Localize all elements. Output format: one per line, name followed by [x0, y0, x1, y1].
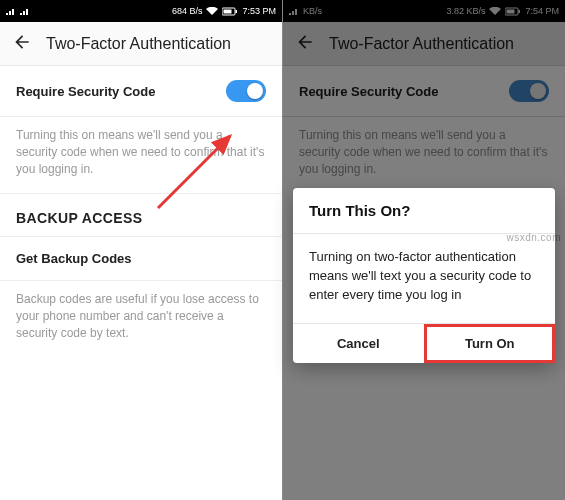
signal-icon — [6, 7, 16, 16]
content-area: Require Security Code Turning this on me… — [0, 66, 282, 500]
dialog-body: Turning on two-factor authentication mea… — [293, 234, 555, 323]
backup-description: Backup codes are useful if you lose acce… — [0, 281, 282, 357]
watermark-text: wsxdn.com — [506, 232, 561, 243]
confirm-dialog: Turn This On? Turning on two-factor auth… — [293, 188, 555, 363]
page-title: Two-Factor Authentication — [46, 35, 231, 53]
network-speed: 684 B/s — [172, 6, 203, 16]
get-backup-codes-link[interactable]: Get Backup Codes — [0, 237, 282, 281]
clock: 7:53 PM — [242, 6, 276, 16]
require-code-row: Require Security Code — [0, 66, 282, 117]
sim-icon — [20, 7, 30, 16]
svg-rect-1 — [224, 9, 232, 13]
require-code-toggle[interactable] — [226, 80, 266, 102]
battery-icon — [222, 7, 238, 16]
svg-rect-2 — [236, 10, 238, 13]
dialog-title: Turn This On? — [293, 188, 555, 234]
app-header: Two-Factor Authentication — [0, 22, 282, 66]
dialog-actions: Cancel Turn On — [293, 323, 555, 363]
phone-screenshot-right: KB/s 3.82 KB/s 7:54 PM Two-Factor Authen… — [283, 0, 565, 500]
status-bar: 684 B/s 7:53 PM — [0, 0, 282, 22]
phone-screenshot-left: 684 B/s 7:53 PM Two-Factor Authenticatio… — [0, 0, 282, 500]
require-code-label: Require Security Code — [16, 84, 155, 99]
turn-on-button[interactable]: Turn On — [424, 324, 556, 363]
back-icon[interactable] — [12, 32, 32, 56]
wifi-icon — [206, 7, 218, 16]
backup-section-title: BACKUP ACCESS — [0, 194, 282, 237]
require-code-description: Turning this on means we'll send you a s… — [0, 117, 282, 194]
cancel-button[interactable]: Cancel — [293, 324, 424, 363]
